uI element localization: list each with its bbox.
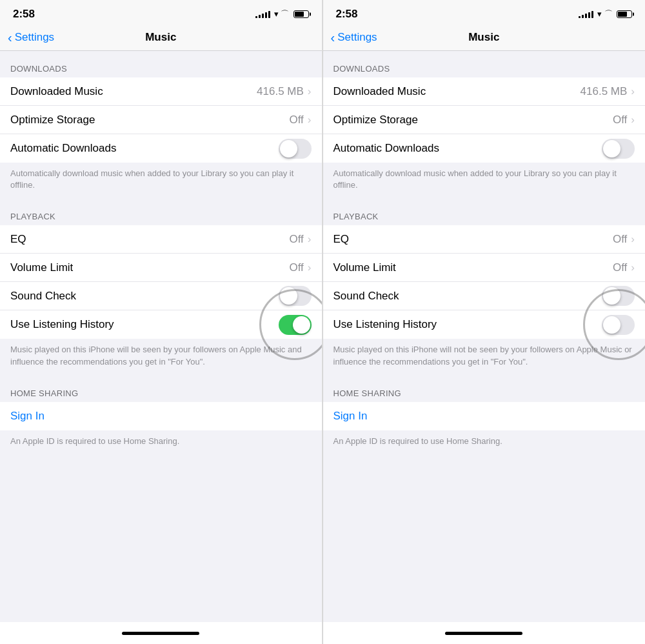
toggle-knob <box>603 140 620 157</box>
row-chevron-icon: › <box>631 114 635 126</box>
row-chevron-icon: › <box>308 114 312 126</box>
row-value: Off <box>289 233 303 246</box>
settings-group-1: EQ Off › Volume Limit Off › Sound Check <box>0 225 322 339</box>
settings-row-0-1[interactable]: Optimize Storage Off › <box>323 106 646 134</box>
settings-row-0-1[interactable]: Optimize Storage Off › <box>0 106 322 134</box>
settings-row-1-0[interactable]: EQ Off › <box>323 225 646 254</box>
settings-row-0-0[interactable]: Downloaded Music 416.5 MB › <box>323 77 646 106</box>
signal-bars-icon <box>579 10 593 18</box>
section-description-2: An Apple ID is required to use Home Shar… <box>323 430 646 455</box>
battery-icon <box>617 10 632 18</box>
row-label: Volume Limit <box>333 261 613 274</box>
row-value: 416.5 MB <box>580 85 628 98</box>
toggle-switch[interactable] <box>279 286 312 306</box>
section-header-1: PLAYBACK <box>0 199 322 225</box>
status-bar: 2:58 ▾ ⌒ <box>323 0 646 26</box>
section-description-1: Music played on this iPhone will be seen… <box>0 339 322 375</box>
row-chevron-icon: › <box>631 233 635 246</box>
toggle-knob <box>280 287 297 305</box>
signal-bar-5 <box>268 11 270 18</box>
nav-bar: ‹ Settings Music <box>323 26 646 51</box>
toggle-switch[interactable] <box>602 286 635 306</box>
section-header-2: HOME SHARING <box>0 376 322 402</box>
home-bar <box>445 632 522 635</box>
settings-row-1-1[interactable]: Volume Limit Off › <box>323 254 646 282</box>
battery-fill <box>295 12 304 17</box>
toggle-switch[interactable] <box>602 139 635 159</box>
back-button[interactable]: ‹ Settings <box>331 31 377 44</box>
home-bar <box>122 632 199 635</box>
settings-row-1-3: Use Listening History <box>0 310 322 339</box>
battery-fill <box>618 12 627 17</box>
row-label: Downloaded Music <box>333 85 580 98</box>
row-label: Sound Check <box>10 290 279 303</box>
toggle-container <box>602 315 635 335</box>
signal-bar-1 <box>579 16 580 18</box>
section-header-1: PLAYBACK <box>323 199 646 225</box>
settings-row-1-0[interactable]: EQ Off › <box>0 225 322 254</box>
section-description-0: Automatically download music when added … <box>0 163 322 199</box>
row-chevron-icon: › <box>308 85 312 98</box>
toggle-container <box>602 286 635 306</box>
phone-panel-right: 2:58 ▾ ⌒ ‹ Settings Music DOWNLOADS Down… <box>323 0 646 644</box>
row-value: Off <box>613 261 627 274</box>
row-label: Automatic Downloads <box>333 142 602 155</box>
settings-row-2-0[interactable]: Sign In <box>323 402 646 430</box>
settings-row-1-2: Sound Check <box>0 282 322 310</box>
toggle-switch[interactable] <box>279 315 312 335</box>
battery-icon <box>293 10 309 18</box>
row-chevron-icon: › <box>308 261 312 274</box>
section-header-0: DOWNLOADS <box>0 51 322 77</box>
home-indicator <box>323 622 646 644</box>
row-value: Off <box>289 261 303 274</box>
nav-title: Music <box>145 31 176 44</box>
settings-row-1-2: Sound Check <box>323 282 646 310</box>
section-description-0: Automatically download music when added … <box>323 163 646 199</box>
row-label: Optimize Storage <box>333 114 613 126</box>
settings-group-0: Downloaded Music 416.5 MB › Optimize Sto… <box>323 77 646 163</box>
signal-bar-1 <box>255 16 257 18</box>
settings-row-1-1[interactable]: Volume Limit Off › <box>0 254 322 282</box>
wifi-icon: ▾ ⌒ <box>597 8 613 20</box>
toggle-container <box>279 286 312 306</box>
row-label: Use Listening History <box>333 318 602 331</box>
section-header-2: HOME SHARING <box>323 376 646 402</box>
row-label: Sound Check <box>333 290 602 303</box>
toggle-knob <box>293 316 310 334</box>
signal-bar-4 <box>265 12 267 18</box>
sign-in-link[interactable]: Sign In <box>10 410 45 423</box>
toggle-container <box>279 315 312 335</box>
settings-row-0-0[interactable]: Downloaded Music 416.5 MB › <box>0 77 322 106</box>
content-area: DOWNLOADS Downloaded Music 416.5 MB › Op… <box>323 51 646 622</box>
row-label: Downloaded Music <box>10 85 257 98</box>
back-chevron-icon: ‹ <box>331 31 335 44</box>
back-button[interactable]: ‹ Settings <box>8 31 54 44</box>
signal-bar-2 <box>259 15 261 18</box>
row-value: Off <box>613 114 627 126</box>
settings-group-1: EQ Off › Volume Limit Off › Sound Check <box>323 225 646 339</box>
settings-row-2-0[interactable]: Sign In <box>0 402 322 430</box>
toggle-container <box>602 139 635 159</box>
home-indicator <box>0 622 322 644</box>
back-chevron-icon: ‹ <box>8 31 12 44</box>
nav-bar: ‹ Settings Music <box>0 26 322 51</box>
row-label: Volume Limit <box>10 261 289 274</box>
section-header-0: DOWNLOADS <box>323 51 646 77</box>
toggle-switch[interactable] <box>602 315 635 335</box>
row-value: Off <box>613 233 627 246</box>
wifi-icon: ▾ ⌒ <box>274 8 290 20</box>
section-description-2: An Apple ID is required to use Home Shar… <box>0 430 322 455</box>
status-icons: ▾ ⌒ <box>579 8 632 20</box>
signal-bar-3 <box>585 14 587 18</box>
row-label: Optimize Storage <box>10 114 289 126</box>
settings-row-1-3: Use Listening History <box>323 310 646 339</box>
toggle-container <box>279 139 312 159</box>
back-label: Settings <box>337 31 377 44</box>
settings-group-0: Downloaded Music 416.5 MB › Optimize Sto… <box>0 77 322 163</box>
content-area: DOWNLOADS Downloaded Music 416.5 MB › Op… <box>0 51 322 622</box>
row-label: EQ <box>333 233 613 246</box>
status-bar: 2:58 ▾ ⌒ <box>0 0 322 26</box>
sign-in-link[interactable]: Sign In <box>333 410 368 423</box>
toggle-switch[interactable] <box>279 139 312 159</box>
nav-title: Music <box>468 31 499 44</box>
